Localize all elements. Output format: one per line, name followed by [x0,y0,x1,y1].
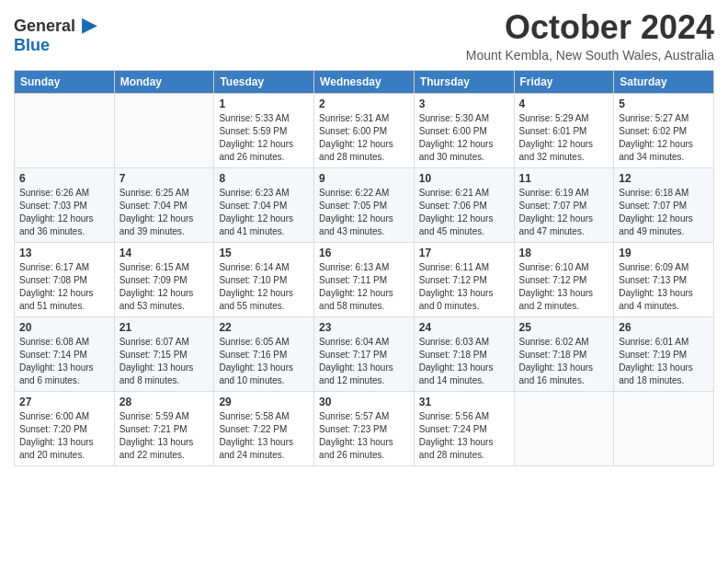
day-number: 26 [619,321,709,334]
table-row: 6 Sunrise: 6:26 AMSunset: 7:03 PMDayligh… [15,167,115,242]
day-info: Sunrise: 6:23 AMSunset: 7:04 PMDaylight:… [219,187,309,238]
table-row: 4 Sunrise: 5:29 AMSunset: 6:01 PMDayligh… [514,93,614,167]
table-row: 23 Sunrise: 6:04 AMSunset: 7:17 PMDaylig… [314,316,415,391]
day-info: Sunrise: 5:58 AMSunset: 7:22 PMDaylight:… [219,410,309,462]
table-row: 28 Sunrise: 5:59 AMSunset: 7:21 PMDaylig… [114,391,214,465]
day-number: 11 [519,172,609,185]
header-wednesday: Wednesday [314,70,415,93]
table-row: 27 Sunrise: 6:00 AMSunset: 7:20 PMDaylig… [15,391,115,465]
day-number: 13 [19,247,109,259]
header-saturday: Saturday [614,70,714,93]
day-info: Sunrise: 5:30 AMSunset: 6:00 PMDaylight:… [419,112,509,164]
day-info: Sunrise: 6:13 AMSunset: 7:11 PMDaylight:… [319,261,409,313]
table-row: 29 Sunrise: 5:58 AMSunset: 7:22 PMDaylig… [214,391,314,465]
day-info: Sunrise: 6:02 AMSunset: 7:18 PMDaylight:… [519,336,609,387]
table-row: 31 Sunrise: 5:56 AMSunset: 7:24 PMDaylig… [414,391,514,465]
page-header: General ▶ Blue October 2024 Mount Kembla… [14,9,714,63]
table-row: 30 Sunrise: 5:57 AMSunset: 7:23 PMDaylig… [314,391,415,465]
day-info: Sunrise: 6:21 AMSunset: 7:06 PMDaylight:… [419,187,509,238]
table-row: 14 Sunrise: 6:15 AMSunset: 7:09 PMDaylig… [114,242,214,316]
day-info: Sunrise: 6:09 AMSunset: 7:13 PMDaylight:… [619,261,709,313]
table-row [614,391,714,465]
day-info: Sunrise: 6:22 AMSunset: 7:05 PMDaylight:… [319,187,409,238]
table-row: 25 Sunrise: 6:02 AMSunset: 7:18 PMDaylig… [514,316,614,391]
table-row: 20 Sunrise: 6:08 AMSunset: 7:14 PMDaylig… [15,316,115,391]
day-info: Sunrise: 6:17 AMSunset: 7:08 PMDaylight:… [19,261,109,313]
day-info: Sunrise: 5:59 AMSunset: 7:21 PMDaylight:… [119,410,210,462]
day-number: 4 [519,98,609,110]
table-row: 7 Sunrise: 6:25 AMSunset: 7:04 PMDayligh… [114,167,214,242]
table-row: 24 Sunrise: 6:03 AMSunset: 7:18 PMDaylig… [414,316,514,391]
table-row: 3 Sunrise: 5:30 AMSunset: 6:00 PMDayligh… [414,93,514,167]
day-number: 9 [319,172,409,185]
day-number: 14 [119,247,210,259]
calendar-week-row: 27 Sunrise: 6:00 AMSunset: 7:20 PMDaylig… [15,391,714,465]
calendar-week-row: 6 Sunrise: 6:26 AMSunset: 7:03 PMDayligh… [15,167,714,242]
day-number: 18 [519,247,609,259]
day-info: Sunrise: 5:29 AMSunset: 6:01 PMDaylight:… [519,112,609,164]
day-number: 5 [619,98,709,110]
day-number: 16 [319,247,409,259]
table-row: 9 Sunrise: 6:22 AMSunset: 7:05 PMDayligh… [314,167,415,242]
table-row: 13 Sunrise: 6:17 AMSunset: 7:08 PMDaylig… [15,242,115,316]
day-number: 29 [219,396,309,408]
day-number: 27 [19,396,109,408]
table-row: 17 Sunrise: 6:11 AMSunset: 7:12 PMDaylig… [414,242,514,316]
day-info: Sunrise: 6:04 AMSunset: 7:17 PMDaylight:… [319,336,409,387]
calendar-week-row: 1 Sunrise: 5:33 AMSunset: 5:59 PMDayligh… [15,93,714,167]
day-info: Sunrise: 6:08 AMSunset: 7:14 PMDaylight:… [19,336,109,387]
logo-blue-text: Blue [14,37,50,53]
logo-bird-icon: ▶ [82,13,97,36]
day-number: 12 [619,172,709,185]
day-number: 30 [319,396,409,408]
day-info: Sunrise: 5:56 AMSunset: 7:24 PMDaylight:… [419,410,509,462]
day-number: 3 [419,98,509,110]
day-info: Sunrise: 5:57 AMSunset: 7:23 PMDaylight:… [319,410,409,462]
day-number: 21 [119,321,210,334]
calendar-week-row: 20 Sunrise: 6:08 AMSunset: 7:14 PMDaylig… [15,316,714,391]
day-info: Sunrise: 6:03 AMSunset: 7:18 PMDaylight:… [419,336,509,387]
day-number: 24 [419,321,509,334]
table-row: 16 Sunrise: 6:13 AMSunset: 7:11 PMDaylig… [314,242,415,316]
calendar-table: Sunday Monday Tuesday Wednesday Thursday… [14,70,714,466]
day-info: Sunrise: 6:10 AMSunset: 7:12 PMDaylight:… [519,261,609,313]
day-info: Sunrise: 5:31 AMSunset: 6:00 PMDaylight:… [319,112,409,164]
calendar-title: October 2024 [466,9,714,46]
day-number: 8 [219,172,309,185]
table-row: 5 Sunrise: 5:27 AMSunset: 6:02 PMDayligh… [614,93,714,167]
day-number: 7 [119,172,210,185]
table-row: 10 Sunrise: 6:21 AMSunset: 7:06 PMDaylig… [414,167,514,242]
table-row: 12 Sunrise: 6:18 AMSunset: 7:07 PMDaylig… [614,167,714,242]
day-info: Sunrise: 6:14 AMSunset: 7:10 PMDaylight:… [219,261,309,313]
table-row: 26 Sunrise: 6:01 AMSunset: 7:19 PMDaylig… [614,316,714,391]
header-sunday: Sunday [15,70,115,93]
table-row [15,93,115,167]
day-number: 31 [419,396,509,408]
table-row: 8 Sunrise: 6:23 AMSunset: 7:04 PMDayligh… [214,167,314,242]
table-row [114,93,214,167]
day-number: 25 [519,321,609,334]
table-row [514,391,614,465]
table-row: 21 Sunrise: 6:07 AMSunset: 7:15 PMDaylig… [114,316,214,391]
table-row: 22 Sunrise: 6:05 AMSunset: 7:16 PMDaylig… [214,316,314,391]
day-info: Sunrise: 6:19 AMSunset: 7:07 PMDaylight:… [519,187,609,238]
day-number: 22 [219,321,309,334]
table-row: 1 Sunrise: 5:33 AMSunset: 5:59 PMDayligh… [214,93,314,167]
day-info: Sunrise: 6:15 AMSunset: 7:09 PMDaylight:… [119,261,210,313]
calendar-location: Mount Kembla, New South Wales, Australia [466,48,714,63]
header-friday: Friday [514,70,614,93]
day-info: Sunrise: 6:05 AMSunset: 7:16 PMDaylight:… [219,336,309,387]
table-row: 19 Sunrise: 6:09 AMSunset: 7:13 PMDaylig… [614,242,714,316]
title-block: October 2024 Mount Kembla, New South Wal… [466,9,714,63]
day-info: Sunrise: 6:07 AMSunset: 7:15 PMDaylight:… [119,336,210,387]
day-number: 6 [19,172,109,185]
weekday-header-row: Sunday Monday Tuesday Wednesday Thursday… [15,70,714,93]
table-row: 2 Sunrise: 5:31 AMSunset: 6:00 PMDayligh… [314,93,415,167]
day-info: Sunrise: 6:11 AMSunset: 7:12 PMDaylight:… [419,261,509,313]
day-number: 28 [119,396,210,408]
day-info: Sunrise: 6:18 AMSunset: 7:07 PMDaylight:… [619,187,709,238]
table-row: 15 Sunrise: 6:14 AMSunset: 7:10 PMDaylig… [214,242,314,316]
day-number: 20 [19,321,109,334]
header-thursday: Thursday [414,70,514,93]
day-number: 17 [419,247,509,259]
